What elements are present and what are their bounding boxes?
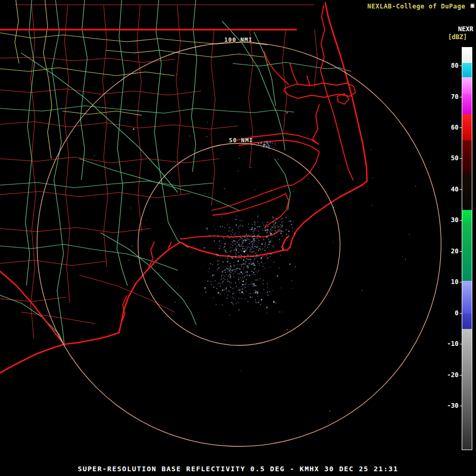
yellow-roads-layer	[0, 0, 268, 159]
product-caption: SUPER-RESOLUTION BASE REFLECTIVITY 0.5 D…	[0, 465, 476, 473]
colorbar-tick-mark	[460, 158, 462, 159]
colorbar-tick-label: -20	[441, 371, 459, 379]
colorbar-units-label: [dBZ]	[448, 33, 467, 41]
colorbar-tick-mark	[460, 406, 462, 406]
sound-river-shorelines-layer	[121, 5, 355, 323]
colorbar-segment	[462, 210, 472, 222]
cod-logo-icon: ▣	[471, 2, 474, 9]
reflectivity-colorbar	[462, 47, 472, 450]
colorbar-segment	[462, 94, 472, 114]
colorbar-tick-mark	[460, 344, 462, 344]
colorbar-tick-label: 60	[441, 123, 459, 132]
radar-echoes-layer	[83, 68, 416, 411]
colorbar-tick-label: -10	[441, 340, 459, 348]
colorbar-segment	[462, 63, 472, 77]
colorbar-tick-mark	[460, 282, 462, 282]
colorbar-tick-mark	[460, 313, 462, 314]
page-title: NEXLAB-College of DuPage	[368, 3, 465, 10]
colorbar-tick-mark	[460, 66, 462, 66]
radar-map-svg	[0, 0, 476, 476]
colorbar-tick-label: 0	[441, 309, 459, 317]
colorbar-tick-label: 10	[441, 278, 459, 286]
colorbar-segment	[462, 140, 472, 174]
colorbar-tick-label: 40	[441, 185, 459, 194]
county-boundaries-layer	[0, 5, 317, 338]
colorbar-tick-mark	[460, 375, 462, 376]
colorbar-segment	[462, 222, 472, 281]
colorbar-segment	[462, 281, 472, 313]
colorbar-tick-label: 20	[441, 247, 459, 255]
colorbar-tick-mark	[460, 220, 462, 221]
colorbar-tick-mark	[460, 97, 462, 97]
colorbar-tick-label: 80	[441, 61, 459, 70]
colorbar-tick-mark	[460, 251, 462, 252]
colorbar-tick-label: 30	[441, 216, 459, 224]
colorbar-product-label: NEXR	[458, 25, 473, 33]
ring-label-50nmi: 50 NMI	[229, 137, 253, 144]
radar-display: NEXLAB-College of DuPage ▣ NEXR [dBZ] 80…	[0, 0, 476, 476]
colorbar-tick-mark	[460, 189, 462, 190]
ring-label-100nmi: 100 NMI	[224, 36, 252, 43]
colorbar-segment	[462, 48, 472, 63]
colorbar-tick-label: -30	[441, 401, 459, 410]
colorbar-segment	[462, 77, 472, 94]
colorbar-tick-label: 70	[441, 93, 459, 101]
colorbar-tick-label: 50	[441, 154, 459, 162]
colorbar-tick-mark	[460, 127, 462, 128]
colorbar-segment	[462, 175, 472, 210]
colorbar-segment	[462, 314, 472, 329]
colorbar-segment	[462, 114, 472, 141]
colorbar-segment	[462, 329, 472, 450]
green-roads-layer	[0, 0, 351, 346]
